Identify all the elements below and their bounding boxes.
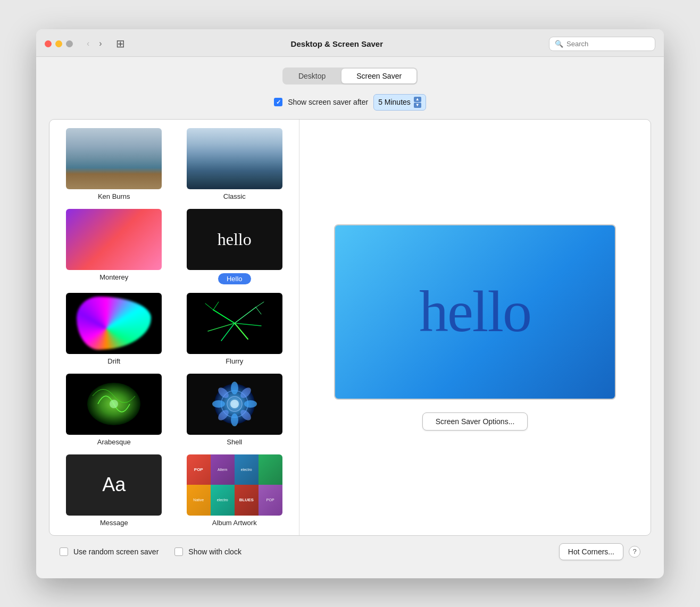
saver-item-album[interactable]: POP Altern electro Native [176,451,294,530]
svg-line-3 [235,323,248,339]
svg-line-2 [235,323,261,326]
show-after-label: Show screen saver after [288,98,368,106]
saver-item-flurry[interactable]: Flurry [176,290,294,368]
options-button[interactable]: Screen Saver Options... [422,412,528,431]
content-area: Desktop Screen Saver Show screen saver a… [36,57,664,578]
minutes-value: 5 Minutes [378,98,411,106]
saver-name-arabesque: Arabesque [97,438,131,446]
random-checkbox[interactable] [60,547,68,556]
thumb-arabesque [66,374,162,435]
forward-button[interactable]: › [96,38,105,49]
grid-icon[interactable]: ⊞ [116,37,125,50]
svg-line-0 [213,310,235,323]
thumb-ken-burns [66,128,162,189]
search-icon: 🔍 [555,40,563,48]
svg-line-1 [235,307,256,323]
back-button[interactable]: ‹ [84,38,93,49]
help-button[interactable]: ? [629,546,640,558]
svg-point-23 [230,400,239,408]
saver-name-shell: Shell [227,438,242,446]
saver-name-drift: Drift [107,357,120,365]
tabs-row: Desktop Screen Saver [49,68,651,85]
saver-name-ken-burns: Ken Burns [98,192,130,200]
svg-point-15 [231,382,238,394]
clock-checkbox[interactable] [174,547,183,556]
clock-label: Show with clock [188,547,241,556]
preview-hello-text: hello [419,278,531,345]
thumb-album: POP Altern electro Native [187,454,282,516]
minutes-select[interactable]: 5 Minutes ▲ ▼ [373,94,426,111]
close-button[interactable] [45,40,52,47]
main-window: ‹ › ⊞ Desktop & Screen Saver 🔍 Desktop S… [36,29,664,578]
saver-name-flurry: Flurry [226,357,243,365]
tab-container: Desktop Screen Saver [282,68,418,85]
thumb-hello: hello [187,209,282,270]
thumb-drift [66,293,162,354]
saver-item-shell[interactable]: Shell [176,370,294,449]
svg-line-6 [205,304,213,310]
screensaver-list: Ken Burns Classic Monterey [49,120,299,535]
saver-name-monterey: Monterey [99,273,128,281]
preview-box: hello [334,224,616,400]
thumb-classic [187,128,282,189]
svg-line-8 [256,302,264,307]
svg-point-18 [244,400,257,408]
search-input[interactable] [566,40,646,48]
minimize-button[interactable] [55,40,62,47]
svg-line-7 [213,302,219,310]
tab-screensaver[interactable]: Screen Saver [341,69,416,83]
nav-arrows: ‹ › [84,38,105,49]
saver-item-arabesque[interactable]: Arabesque [55,370,173,449]
svg-point-17 [212,400,225,408]
titlebar: ‹ › ⊞ Desktop & Screen Saver 🔍 [36,29,664,57]
saver-item-message[interactable]: Aa Message [55,451,173,530]
preview-area: hello Screen Saver Options... [299,120,651,535]
svg-line-4 [221,323,235,341]
saver-name-classic: Classic [223,192,246,200]
saver-name-hello: Hello [218,273,251,284]
svg-line-5 [208,323,235,331]
window-title: Desktop & Screen Saver [131,39,543,48]
search-box[interactable]: 🔍 [549,37,655,51]
saver-item-drift[interactable]: Drift [55,290,173,368]
saver-name-message: Message [100,519,128,527]
maximize-button[interactable] [66,40,73,47]
stepper-up[interactable]: ▲ [414,97,421,102]
stepper-down[interactable]: ▼ [414,103,421,108]
random-label: Use random screen saver [73,547,159,556]
show-after-checkbox[interactable] [274,98,282,106]
thumb-flurry [187,293,282,354]
saver-item-ken-burns[interactable]: Ken Burns [55,125,173,204]
saver-name-album: Album Artwork [212,519,257,527]
thumb-shell [187,374,282,435]
traffic-lights [45,40,73,47]
show-row: Show screen saver after 5 Minutes ▲ ▼ [49,94,651,111]
tab-desktop[interactable]: Desktop [284,69,340,83]
stepper-arrows: ▲ ▼ [414,97,421,108]
thumb-message-text: Aa [102,474,126,496]
svg-line-9 [256,307,261,314]
saver-grid: Ken Burns Classic Monterey [55,125,294,530]
hot-corners-button[interactable]: Hot Corners... [559,543,623,560]
saver-item-hello[interactable]: hello Hello [176,206,294,288]
bottom-bar: Use random screen saver Show with clock … [49,536,651,568]
saver-item-classic[interactable]: Classic [176,125,294,204]
svg-point-16 [231,414,238,426]
thumb-message: Aa [66,454,162,516]
thumb-monterey [66,209,162,270]
thumb-hello-word: hello [218,230,252,249]
svg-point-11 [110,400,118,408]
main-body: Ken Burns Classic Monterey [49,119,651,536]
saver-item-monterey[interactable]: Monterey [55,206,173,288]
